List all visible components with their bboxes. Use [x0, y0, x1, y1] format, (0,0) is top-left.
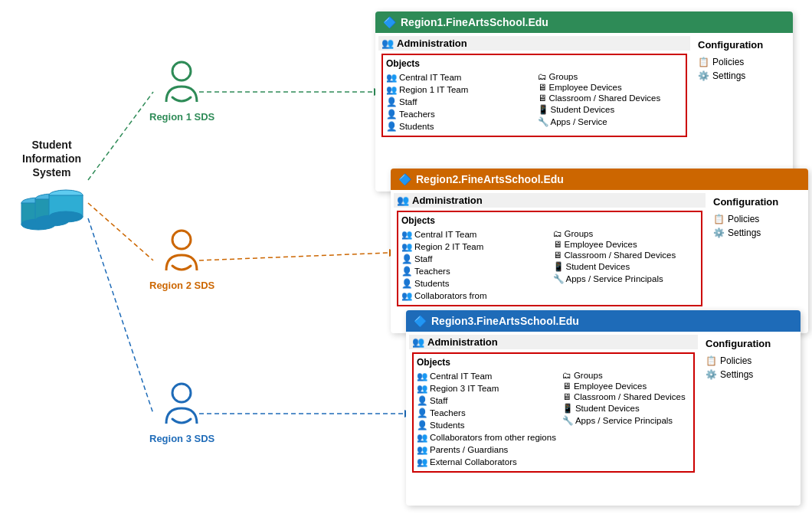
- tenant1-obj-2: 👥Region 1 IT Team: [386, 83, 532, 96]
- tenant2-settings: ⚙️ Settings: [713, 228, 804, 238]
- tenant2-robj-1: 🗂Groups: [553, 228, 699, 239]
- sds2-person-icon: [157, 226, 207, 276]
- tenant3-admin-title: Administration: [427, 336, 498, 348]
- svg-point-17: [49, 211, 83, 222]
- tenant2-admin-icon: 👥: [397, 195, 409, 206]
- tenant3-obj-8: 👥External Collaborators: [417, 456, 556, 468]
- tenant1-robj-5: 🔧Apps / Service: [538, 116, 683, 128]
- tenant2-objects-grid: 👥Central IT Team 👥Region 2 IT Team 👤Staf…: [401, 228, 698, 302]
- tenant2-box: 🔷 Region2.FineArtsSchool.Edu 👥 Administr…: [391, 169, 808, 333]
- tenant1-left-col: 👥Central IT Team 👥Region 1 IT Team 👤Staf…: [386, 71, 532, 133]
- tenant3-body: 👥 Administration Objects 👥Central IT Tea…: [406, 332, 801, 503]
- tenant1-robj-1: 🗂Groups: [538, 71, 683, 82]
- tenant1-obj-3: 👤Staff: [386, 96, 532, 108]
- tenant2-globe-icon: 🔷: [398, 173, 411, 185]
- tenant1-robj-3: 🖥Classroom / Shared Devices: [538, 93, 683, 103]
- sds3-section: Region 3 SDS: [149, 379, 214, 444]
- tenant2-settings-icon: ⚙️: [713, 228, 725, 238]
- tenant3-robj-3: 🖥Classroom / Shared Devices: [562, 391, 690, 402]
- tenant3-settings: ⚙️ Settings: [706, 369, 796, 380]
- sds3-label: Region 3 SDS: [149, 433, 214, 444]
- tenant2-obj-5: 👤Students: [401, 277, 547, 290]
- tenant3-admin-section: Objects 👥Central IT Team 👥Region 3 IT Te…: [412, 352, 695, 473]
- tenant1-globe-icon: 🔷: [383, 16, 396, 28]
- tenant1-right-col: 🗂Groups 🖥Employee Devices 🖥Classroom / S…: [538, 71, 683, 133]
- tenant2-obj-4: 👤Teachers: [401, 265, 547, 277]
- sds1-section: Region 1 SDS: [149, 57, 214, 123]
- tenant1-policies: 📋 Policies: [698, 57, 788, 67]
- tenant3-title: Region3.FineArtsSchool.Edu: [431, 315, 579, 327]
- tenant3-obj-5: 👤Students: [417, 419, 556, 431]
- tenant1-policy-icon: 📋: [698, 57, 709, 67]
- tenant1-config-title: Configuration: [698, 39, 788, 51]
- tenant1-objects-grid: 👥Central IT Team 👥Region 1 IT Team 👤Staf…: [386, 71, 683, 133]
- tenant2-objects-label: Objects: [401, 215, 698, 226]
- tenant1-header: 🔷 Region1.FineArtsSchool.Edu: [375, 11, 793, 33]
- tenant2-obj-3: 👤Staff: [401, 253, 547, 265]
- tenant3-robj-4: 📱Student Devices: [562, 402, 690, 414]
- tenant1-admin-title: Administration: [397, 38, 467, 49]
- sis-label: StudentInformationSystem: [22, 138, 81, 180]
- tenant2-policy-icon: 📋: [713, 214, 725, 224]
- tenant3-obj-1: 👥Central IT Team: [417, 370, 556, 382]
- tenant3-right-col: 🗂Groups 🖥Employee Devices 🖥Classroom / S…: [562, 370, 690, 468]
- tenant2-config-title: Configuration: [713, 196, 804, 208]
- svg-line-5: [199, 253, 389, 260]
- tenant3-objects-label: Objects: [417, 357, 690, 368]
- svg-point-20: [172, 384, 191, 402]
- tenant3-obj-2: 👥Region 3 IT Team: [417, 382, 556, 395]
- tenant3-objects-grid: 👥Central IT Team 👥Region 3 IT Team 👤Staf…: [417, 370, 690, 468]
- tenant2-body: 👥 Administration Objects 👥Central IT Tea…: [391, 190, 808, 330]
- tenant2-header: 🔷 Region2.FineArtsSchool.Edu: [391, 169, 808, 190]
- sds3-person-icon: [157, 379, 207, 429]
- tenant3-settings-icon: ⚙️: [706, 369, 717, 380]
- tenant2-admin-header: 👥 Administration: [394, 193, 706, 208]
- tenant2-robj-5: 🔧Apps / Service Principals: [553, 273, 699, 285]
- tenant3-obj-6: 👥Collaborators from other regions: [417, 431, 556, 444]
- svg-point-19: [172, 231, 191, 249]
- tenant1-obj-4: 👤Teachers: [386, 108, 532, 120]
- tenant2-robj-3: 🖥Classroom / Shared Devices: [553, 250, 699, 260]
- tenant3-admin-icon: 👥: [412, 336, 424, 348]
- tenant3-config-title: Configuration: [706, 338, 796, 349]
- tenant2-admin-title: Administration: [412, 195, 483, 206]
- tenant2-obj-6: 👥Collaborators from: [401, 290, 547, 302]
- sds2-section: Region 2 SDS: [149, 226, 214, 291]
- tenant1-admin-section: Objects 👥Central IT Team 👥Region 1 IT Te…: [381, 54, 687, 137]
- tenant2-robj-2: 🖥Employee Devices: [553, 239, 699, 250]
- tenant1-config-section: Configuration 📋 Policies ⚙️ Settings: [693, 33, 793, 188]
- tenant2-robj-4: 📱Student Devices: [553, 260, 699, 273]
- tenant2-admin-section: Objects 👥Central IT Team 👥Region 2 IT Te…: [397, 211, 702, 306]
- tenant1-obj-5: 👤Students: [386, 120, 532, 133]
- tenant1-admin-icon: 👥: [381, 38, 394, 49]
- tenant3-box: 🔷 Region3.FineArtsSchool.Edu 👥 Administr…: [406, 310, 801, 506]
- tenant1-robj-2: 🖥Employee Devices: [538, 82, 683, 93]
- tenant3-obj-3: 👤Staff: [417, 395, 556, 407]
- tenant3-robj-5: 🔧Apps / Service Principals: [562, 414, 690, 427]
- tenant3-robj-2: 🖥Employee Devices: [562, 381, 690, 391]
- sds1-person-icon: [157, 57, 207, 107]
- tenant2-right-col: 🗂Groups 🖥Employee Devices 🖥Classroom / S…: [553, 228, 699, 302]
- tenant2-policies: 📋 Policies: [713, 214, 804, 224]
- tenant2-config-section: Configuration 📋 Policies ⚙️ Settings: [709, 190, 808, 330]
- diagram-container: StudentInformationSystem Region 1 SDS: [0, 0, 812, 514]
- tenant1-title: Region1.FineArtsSchool.Edu: [401, 16, 548, 28]
- tenant2-obj-1: 👥Central IT Team: [401, 228, 547, 241]
- tenant3-obj-7: 👥Parents / Guardians: [417, 444, 556, 456]
- tenant3-robj-1: 🗂Groups: [562, 370, 690, 381]
- database-icon: [15, 188, 88, 245]
- svg-line-1: [88, 203, 153, 260]
- svg-line-2: [88, 218, 153, 414]
- tenant3-policies: 📋 Policies: [706, 355, 796, 366]
- tenant1-settings-icon: ⚙️: [698, 70, 709, 81]
- tenant2-left-col: 👥Central IT Team 👥Region 2 IT Team 👤Staf…: [401, 228, 547, 302]
- tenant1-obj-1: 👥Central IT Team: [386, 71, 532, 83]
- tenant1-box: 🔷 Region1.FineArtsSchool.Edu 👥 Administr…: [375, 11, 793, 192]
- tenant1-body: 👥 Administration Objects 👥Central IT Tea…: [375, 33, 793, 188]
- tenant3-admin-header: 👥 Administration: [409, 335, 698, 349]
- tenant3-globe-icon: 🔷: [414, 315, 427, 327]
- sds2-label: Region 2 SDS: [149, 280, 214, 291]
- tenant3-left-col: 👥Central IT Team 👥Region 3 IT Team 👤Staf…: [417, 370, 556, 468]
- tenant3-header: 🔷 Region3.FineArtsSchool.Edu: [406, 310, 801, 332]
- tenant3-obj-4: 👤Teachers: [417, 407, 556, 419]
